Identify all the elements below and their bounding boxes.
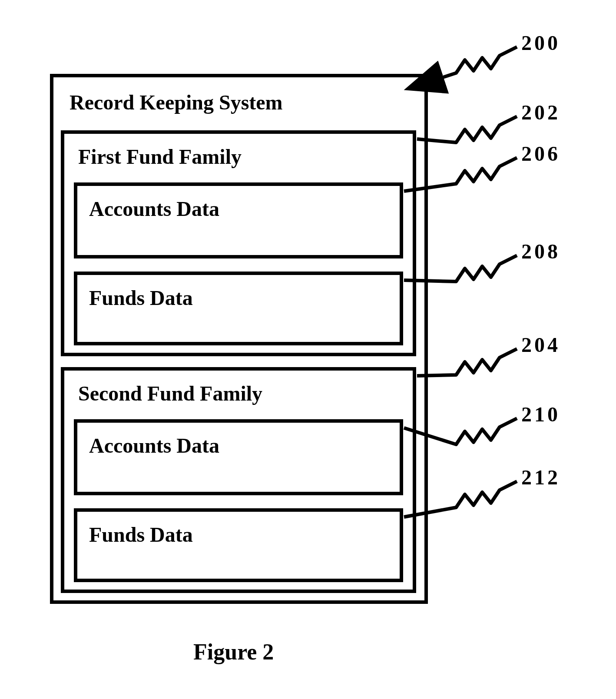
figure-canvas: Record Keeping System First Fund Family … [0,0,616,699]
ref-204: 204 [521,335,560,355]
record-keeping-system-title: Record Keeping System [70,91,283,114]
second-accounts-data-title: Accounts Data [89,434,219,457]
ref-208: 208 [521,241,560,262]
first-accounts-data-title: Accounts Data [89,198,219,221]
ref-206: 206 [521,143,560,164]
first-fund-family-title: First Fund Family [78,146,242,169]
ref-202: 202 [521,102,560,123]
first-funds-data-title: Funds Data [89,287,193,310]
ref-200: 200 [521,33,560,53]
ref-210: 210 [521,404,560,425]
second-funds-data-title: Funds Data [89,523,193,547]
ref-212: 212 [521,467,560,488]
second-fund-family-title: Second Fund Family [78,382,262,405]
figure-caption: Figure 2 [193,641,274,663]
